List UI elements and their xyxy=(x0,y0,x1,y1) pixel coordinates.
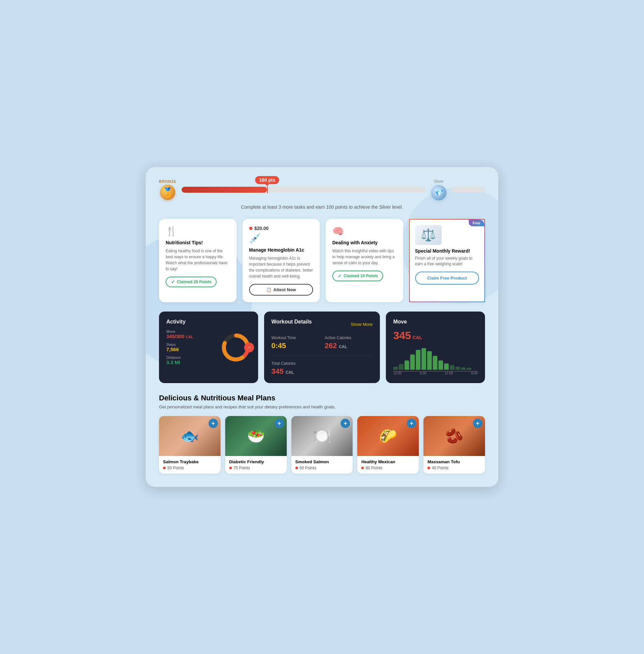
meal-card-4[interactable]: 🫘 + Massaman Tofu 40 Points xyxy=(423,416,485,474)
nutritionist-claimed-btn[interactable]: ✓ Claimed 20 Points xyxy=(166,276,216,287)
points-value-3: 80 Points xyxy=(366,466,382,470)
move-cal-value: 345 xyxy=(393,330,411,341)
show-more-btn[interactable]: Show More xyxy=(351,322,373,327)
meal-points-0: 50 Points xyxy=(163,466,216,470)
meal-cards-row: 🐟 + Salmon Traybake 50 Points 🥗 + Diabet… xyxy=(159,416,485,474)
meal-name-1: Diabetic Friendly xyxy=(229,459,283,464)
silver-label: Silver xyxy=(434,179,444,184)
hemoglobin-card: $20.00 💉 Manage Hemoglobin A1c Managing … xyxy=(243,219,320,302)
bronze-badge: BRONZE xyxy=(159,179,176,200)
active-cal-stat: Active Calories 262 CAL xyxy=(325,336,372,350)
nutritionist-title: Nutritionist Tips! xyxy=(166,240,230,245)
total-cal-stat: Total Calories 345 CAL xyxy=(272,361,319,376)
bar-13 xyxy=(467,368,472,370)
meal-card-2[interactable]: 🍽️ + Smoked Salmon 50 Points xyxy=(292,416,353,474)
activity-arrow-btn[interactable]: → xyxy=(244,342,254,353)
bar-12 xyxy=(461,367,466,370)
meal-info-1: Diabetic Friendly 75 Points xyxy=(225,456,287,474)
meal-add-btn-0[interactable]: + xyxy=(209,419,218,428)
move-card-title: Move xyxy=(393,319,478,325)
meal-add-btn-3[interactable]: + xyxy=(407,419,416,428)
silver-progress-bar xyxy=(452,187,485,193)
anxiety-card: 🧠 Dealing with Anxiety Watch this insigh… xyxy=(326,219,403,302)
anxiety-title: Dealing with Anxiety xyxy=(332,240,396,245)
meal-add-btn-4[interactable]: + xyxy=(473,419,482,428)
meal-plans-section: Delicious & Nutritious Meal Plans Get pe… xyxy=(159,394,485,474)
claim-btn-label: Claim Free Product xyxy=(427,276,467,280)
workout-time-value: 0:45 xyxy=(272,341,319,350)
bar-label-4: 6:00 xyxy=(472,371,478,375)
meal-name-4: Massaman Tofu xyxy=(428,459,481,464)
progress-caption: Complete at least 3 more tasks and earn … xyxy=(159,204,485,210)
meal-card-0[interactable]: 🐟 + Salmon Traybake 50 Points xyxy=(159,416,221,474)
meal-add-btn-1[interactable]: + xyxy=(275,419,284,428)
attest-now-button[interactable]: 📋 Attest Now xyxy=(249,284,313,296)
distance-stat: Distance 3.3 MI xyxy=(166,356,193,365)
points-bubble: 180 pts xyxy=(255,176,279,184)
active-cal-unit: CAL xyxy=(339,344,347,349)
anxiety-claimed-btn[interactable]: ✓ Claimed 10 Points xyxy=(332,271,383,281)
bronze-label: BRONZE xyxy=(159,179,176,183)
bronze-icon xyxy=(160,185,175,200)
nutritionist-card: 🍴 Nutritionist Tips! Eating healthy food… xyxy=(159,219,236,302)
meal-img-wrap-1: 🥗 + xyxy=(225,416,287,456)
bar-8 xyxy=(438,360,443,370)
distance-value: 3.3 MI xyxy=(166,359,193,365)
progress-marker xyxy=(267,186,268,194)
anxiety-claimed-label: Claimed 10 Points xyxy=(344,274,378,278)
points-value-4: 40 Points xyxy=(432,466,448,470)
special-text: Finish all of your weekly goals to earn … xyxy=(415,255,479,267)
nutritionist-text: Eating healthy food is one of the best w… xyxy=(166,248,230,272)
bar-3 xyxy=(410,355,415,370)
fork-icon: 🍴 xyxy=(166,226,230,236)
move-unit: CAL xyxy=(186,335,193,339)
move-stat: Move 345/300 CAL xyxy=(166,330,193,339)
activity-card: Activity Move 345/300 CAL Steps 7,566 xyxy=(159,312,258,383)
special-title: Special Monthly Reward! xyxy=(415,248,479,254)
meal-plans-subtitle: Get personalized meal plans and recipes … xyxy=(159,404,485,409)
points-dot-1 xyxy=(229,467,232,469)
hemoglobin-price: $20.00 xyxy=(249,226,313,231)
progress-bar-bg: 180 pts xyxy=(182,187,426,193)
bar-labels: 12:00 6:00 12:00 6:00 xyxy=(393,371,478,375)
workout-time-label: Workout Time xyxy=(272,336,319,340)
workout-title: Workout Details xyxy=(272,319,312,325)
bar-0 xyxy=(393,367,398,370)
hemoglobin-price-value: $20.00 xyxy=(254,226,269,231)
workout-grid: Workout Time 0:45 Active Calories 262 CA… xyxy=(272,336,373,376)
meal-name-0: Salmon Traybake xyxy=(163,459,216,464)
silver-badge: Silver xyxy=(431,179,446,200)
meal-card-3[interactable]: 🌮 + Healthy Mexican 80 Points xyxy=(357,416,419,474)
main-content: BRONZE 180 pts Silver Complete at least … xyxy=(159,179,485,474)
points-value-2: 50 Points xyxy=(300,466,316,470)
move-label: Move xyxy=(166,330,193,334)
meal-info-3: Healthy Mexican 80 Points xyxy=(357,456,419,474)
workout-header: Workout Details Show More xyxy=(272,319,373,330)
bar-chart xyxy=(393,346,478,370)
hemoglobin-text: Managing hemoglobin A1c is important bec… xyxy=(249,255,313,279)
bar-11 xyxy=(455,367,460,370)
attest-icon: 📋 xyxy=(266,287,272,292)
bar-4 xyxy=(416,350,420,370)
progress-section: BRONZE 180 pts Silver xyxy=(159,179,485,200)
progress-bar-fill xyxy=(182,187,267,193)
donut-chart: → xyxy=(221,333,251,362)
nutritionist-claimed-label: Claimed 20 Points xyxy=(177,279,211,284)
meal-card-1[interactable]: 🥗 + Diabetic Friendly 75 Points xyxy=(225,416,287,474)
points-dot-2 xyxy=(295,467,298,469)
meal-plans-title: Delicious & Nutritious Meal Plans xyxy=(159,394,485,402)
meal-img-wrap-4: 🫘 + xyxy=(423,416,485,456)
total-cal-value: 345 CAL xyxy=(272,367,319,376)
move-card: Move 345 CAL 12:00 6:00 12:00 6:00 xyxy=(386,312,485,383)
activity-stats: Move 345/300 CAL Steps 7,566 Distance xyxy=(166,330,193,365)
price-dot-icon xyxy=(249,227,252,230)
claim-free-product-button[interactable]: Claim Free Product xyxy=(415,272,479,285)
total-cal-unit: CAL xyxy=(286,370,294,375)
meal-points-3: 80 Points xyxy=(361,466,415,470)
anxiety-icon: 🧠 xyxy=(332,226,396,236)
silver-icon xyxy=(431,185,446,200)
progress-bar-wrapper: 180 pts xyxy=(182,187,426,193)
meal-name-3: Healthy Mexican xyxy=(361,459,415,464)
bar-label-3: 12:00 xyxy=(445,371,453,375)
cards-row: 🍴 Nutritionist Tips! Eating healthy food… xyxy=(159,219,485,302)
